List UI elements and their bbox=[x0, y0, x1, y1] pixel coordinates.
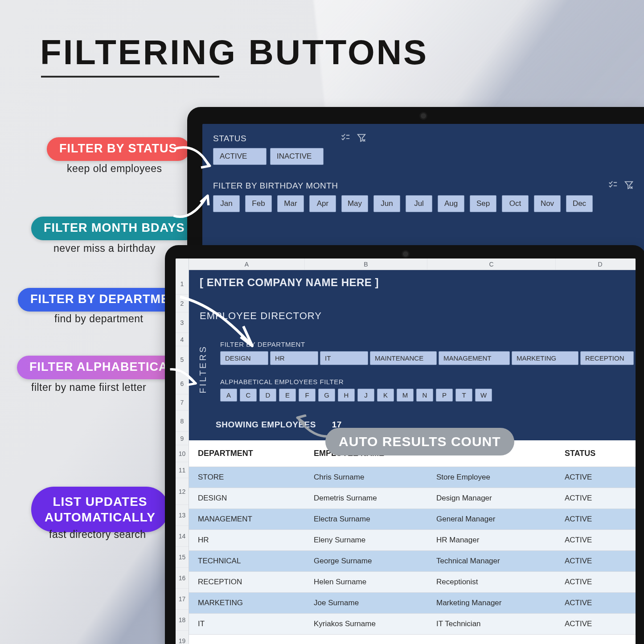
alpha-chip[interactable]: E bbox=[279, 389, 296, 402]
clear-filter-icon[interactable] bbox=[357, 133, 366, 144]
alpha-chip[interactable]: H bbox=[338, 389, 355, 402]
alpha-chip[interactable]: C bbox=[240, 389, 257, 402]
arrow-icon bbox=[168, 365, 200, 388]
row-number[interactable]: 9 bbox=[176, 432, 189, 445]
alpha-chip[interactable]: N bbox=[416, 389, 433, 402]
table-cell: Joe Surname bbox=[308, 599, 431, 607]
month-chip[interactable]: Jul bbox=[406, 195, 432, 212]
row-number[interactable]: 8 bbox=[176, 410, 189, 432]
callout-filter-alpha-sub: filter by name fiirst letter bbox=[31, 381, 146, 394]
table-row[interactable]: TECHNICALGeorge SurnameTechnical Manager… bbox=[189, 551, 636, 572]
table-cell: RECEPTION bbox=[193, 578, 308, 587]
status-chip[interactable]: INACTIVE bbox=[270, 148, 324, 165]
department-chip[interactable]: MANAGEMENT bbox=[439, 351, 510, 365]
callout-filter-dept-sub: find by department bbox=[54, 313, 144, 325]
table-cell: Design Manager bbox=[431, 494, 559, 503]
table-cell: Receptionist bbox=[431, 578, 559, 587]
table-cell: Helen Surname bbox=[308, 578, 431, 587]
table-cell: HR Manager bbox=[431, 536, 559, 545]
month-chip[interactable]: Dec bbox=[566, 195, 593, 212]
month-chip[interactable]: Oct bbox=[502, 195, 529, 212]
table-cell: ACTIVE bbox=[559, 473, 636, 482]
month-chip[interactable]: Apr bbox=[309, 195, 336, 212]
alpha-chip[interactable]: D bbox=[259, 389, 276, 402]
callout-filter-status-sub: keep old employees bbox=[67, 163, 162, 175]
row-number[interactable]: 1 bbox=[176, 273, 189, 295]
table-cell: Technical Manager bbox=[431, 557, 559, 566]
row-number[interactable]: 7 bbox=[176, 394, 189, 410]
alpha-chip[interactable]: K bbox=[377, 389, 394, 402]
row-number[interactable]: 14 bbox=[176, 526, 189, 547]
row-number[interactable]: 17 bbox=[176, 589, 189, 610]
table-row[interactable]: DESIGNDemetris SurnameDesign ManagerACTI… bbox=[189, 488, 636, 509]
table-cell: Demetris Surname bbox=[308, 494, 431, 503]
camera-dot bbox=[403, 251, 408, 257]
alpha-chip[interactable]: T bbox=[455, 389, 472, 402]
table-header-cell[interactable]: STATUS bbox=[559, 449, 636, 458]
table-cell: Eleny Surname bbox=[308, 536, 431, 545]
department-chip[interactable]: HR bbox=[270, 351, 318, 365]
camera-dot bbox=[421, 113, 426, 119]
arrow-icon bbox=[172, 192, 212, 223]
row-number[interactable]: 10 bbox=[176, 445, 189, 462]
table-cell: ACTIVE bbox=[559, 515, 636, 524]
department-chip[interactable]: MAINTENANCE bbox=[370, 351, 437, 365]
table-row[interactable]: MANAGEMENTElectra SurnameGeneral Manager… bbox=[189, 509, 636, 530]
month-chip[interactable]: Feb bbox=[245, 195, 272, 212]
clear-filter-icon[interactable] bbox=[624, 180, 634, 192]
title-underline bbox=[41, 76, 219, 78]
table-cell: IT Technician bbox=[431, 619, 559, 628]
row-number[interactable]: 11 bbox=[176, 462, 189, 478]
department-chip[interactable]: DESIGN bbox=[220, 351, 268, 365]
month-chip[interactable]: Nov bbox=[534, 195, 561, 212]
alpha-chip[interactable]: F bbox=[299, 389, 316, 402]
month-chip[interactable]: May bbox=[341, 195, 368, 212]
month-chip[interactable]: Jun bbox=[373, 195, 400, 212]
row-number[interactable]: 18 bbox=[176, 610, 189, 631]
callout-auto-update: LIST UPDATES AUTOMATICALLY bbox=[31, 487, 169, 532]
alpha-chip[interactable]: W bbox=[475, 389, 492, 402]
table-cell: General Manager bbox=[431, 515, 559, 524]
alpha-slicer-title: ALPHABETICAL EMPLOYEES FILTER bbox=[220, 378, 344, 386]
table-cell: DESIGN bbox=[193, 494, 308, 503]
month-chip[interactable]: Aug bbox=[438, 195, 464, 212]
multiselect-icon[interactable] bbox=[608, 180, 618, 192]
alpha-chip[interactable]: P bbox=[436, 389, 453, 402]
alpha-chip[interactable]: G bbox=[318, 389, 335, 402]
alpha-chip[interactable]: M bbox=[397, 389, 414, 402]
table-cell: ACTIVE bbox=[559, 599, 636, 607]
table-cell: MANAGEMENT bbox=[193, 515, 308, 524]
table-cell: STORE bbox=[193, 473, 308, 482]
callout-auto-results: AUTO RESULTS COUNT bbox=[325, 428, 514, 455]
table-row[interactable]: STOREChris SurnameStore EmployeeACTIVE bbox=[189, 467, 636, 488]
company-placeholder[interactable]: [ ENTER COMPANY NAME HERE ] bbox=[200, 276, 379, 289]
month-chip[interactable]: Jan bbox=[213, 195, 240, 212]
table-cell: ACTIVE bbox=[559, 619, 636, 628]
table-header-cell[interactable]: DEPARTMENT bbox=[193, 449, 308, 458]
month-chip[interactable]: Sep bbox=[470, 195, 496, 212]
table-row[interactable]: RECEPTIONHelen SurnameReceptionistACTIVE bbox=[189, 572, 636, 593]
table-cell: ACTIVE bbox=[559, 578, 636, 587]
department-chip[interactable]: RECEPTION bbox=[580, 351, 634, 365]
table-cell: TECHNICAL bbox=[193, 557, 308, 566]
row-number[interactable]: 12 bbox=[176, 478, 189, 505]
status-chip[interactable]: ACTIVE bbox=[213, 148, 267, 165]
alpha-chip[interactable]: J bbox=[357, 389, 374, 402]
row-number[interactable]: 19 bbox=[176, 631, 189, 644]
table-row[interactable]: HREleny SurnameHR ManagerACTIVE bbox=[189, 530, 636, 551]
row-number[interactable]: 15 bbox=[176, 547, 189, 568]
table-cell: MARKETING bbox=[193, 599, 308, 607]
department-chip[interactable]: MARKETING bbox=[512, 351, 578, 365]
table-cell: ACTIVE bbox=[559, 557, 636, 566]
callout-filter-bdays-sub: never miss a birthday bbox=[53, 242, 156, 254]
device-back: STATUS ACTIVEINACTIVE FILTER BY BIRTHDAY… bbox=[187, 107, 644, 258]
department-chip[interactable]: IT bbox=[320, 351, 368, 365]
multiselect-icon[interactable] bbox=[340, 133, 350, 144]
row-number[interactable]: 13 bbox=[176, 505, 189, 526]
arrow-icon bbox=[294, 414, 334, 441]
table-row[interactable]: ITKyriakos SurnameIT TechnicianACTIVE bbox=[189, 614, 636, 635]
alpha-chip[interactable]: A bbox=[220, 389, 237, 402]
table-row[interactable]: MARKETINGJoe SurnameMarketing ManagerACT… bbox=[189, 593, 636, 614]
row-number[interactable]: 16 bbox=[176, 568, 189, 589]
month-chip[interactable]: Mar bbox=[277, 195, 304, 212]
